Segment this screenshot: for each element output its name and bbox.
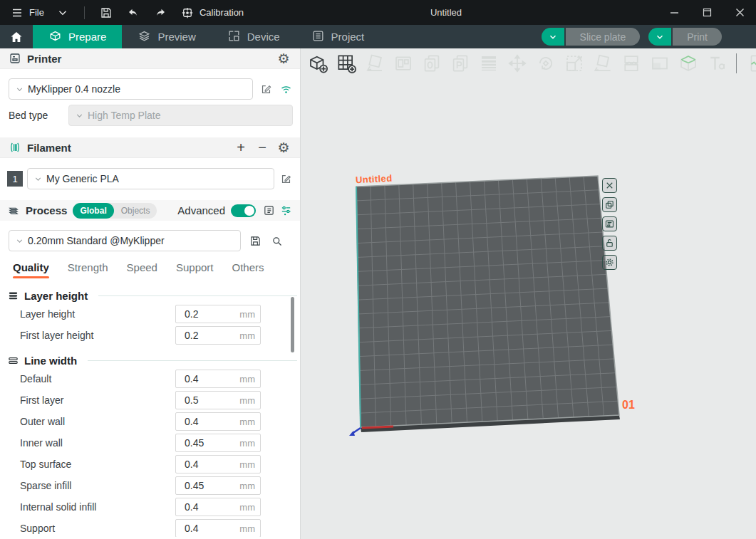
filament-preset-select[interactable]: My Generic PLA — [27, 168, 274, 189]
param-input[interactable]: 0.4mm — [175, 498, 261, 516]
wifi-connection-icon[interactable] — [279, 82, 293, 96]
viewport-3d[interactable]: Untitled 01 — [301, 48, 756, 539]
tune-parameters-icon[interactable] — [279, 204, 293, 218]
text-shape-icon — [705, 53, 727, 75]
edit-printer-icon[interactable] — [259, 82, 273, 96]
advanced-toggle[interactable] — [231, 204, 256, 217]
param-unit: mm — [239, 374, 255, 384]
param-input[interactable]: 0.45mm — [175, 434, 261, 452]
close-icon[interactable] — [723, 0, 756, 25]
layer-height-icon — [7, 290, 19, 302]
edit-filament-icon[interactable] — [279, 172, 293, 186]
print-group: Print — [648, 28, 722, 46]
remove-filament-icon[interactable]: − — [254, 140, 270, 155]
delete-plate-icon[interactable] — [602, 178, 617, 193]
save-icon[interactable] — [99, 6, 113, 20]
group-divider — [88, 360, 297, 361]
group-header-layer-height[interactable]: Layer height — [0, 288, 300, 303]
add-filament-icon[interactable]: + — [233, 140, 249, 155]
param-input[interactable]: 0.45mm — [175, 476, 261, 495]
filament-icon — [9, 141, 21, 154]
param-input[interactable]: 0.4mm — [175, 370, 261, 388]
save-preset-icon[interactable] — [248, 234, 262, 248]
plate-gear-icon[interactable] — [602, 255, 617, 270]
tab-prepare[interactable]: Prepare — [33, 25, 122, 48]
main-tabbar: PreparePreviewDeviceProject Slice plate … — [0, 25, 756, 48]
param-label: Support — [20, 523, 175, 534]
settings-scrollbar[interactable] — [291, 297, 294, 352]
restore-icon[interactable] — [690, 0, 723, 25]
param-unit: mm — [239, 330, 255, 341]
calibration-button[interactable]: Calibration — [180, 6, 244, 20]
bed-type-select[interactable]: High Temp Plate — [68, 105, 293, 126]
param-input[interactable]: 0.4mm — [175, 455, 261, 473]
print-button[interactable]: Print — [673, 28, 722, 46]
parameter-list-icon[interactable] — [262, 204, 276, 218]
settings-tab-strength[interactable]: Strength — [68, 261, 108, 278]
lock-plate-icon[interactable] — [602, 236, 617, 251]
param-unit: mm — [239, 523, 255, 534]
param-row-first-layer-height: First layer height0.2mm — [0, 325, 300, 346]
scope-objects-button[interactable]: Objects — [114, 203, 157, 219]
minimize-icon[interactable] — [658, 0, 690, 25]
slice-dropdown-button[interactable] — [542, 28, 564, 46]
move-icon — [506, 53, 528, 75]
search-icon[interactable] — [269, 234, 284, 248]
application-window: File Calibration Untitled — [0, 0, 756, 539]
tab-device[interactable]: Device — [212, 25, 296, 48]
param-input[interactable]: 0.5mm — [175, 391, 261, 409]
group-header-line-width[interactable]: Line width — [0, 352, 300, 368]
scale-icon — [563, 53, 585, 75]
printer-preset-value: MyKlipper 0.4 nozzle — [28, 83, 120, 95]
scope-global-button[interactable]: Global — [73, 203, 113, 219]
settings-tab-others[interactable]: Others — [232, 261, 264, 278]
chevron-down-icon[interactable] — [56, 6, 70, 20]
titlebar-separator — [84, 6, 85, 19]
param-unit: mm — [239, 309, 255, 320]
param-input[interactable]: 0.4mm — [175, 519, 261, 537]
process-preset-select[interactable]: 0.20mm Standard @MyKlipper — [9, 230, 241, 251]
print-dropdown-button[interactable] — [648, 28, 671, 46]
settings-tab-speed[interactable]: Speed — [127, 261, 157, 278]
param-input[interactable]: 0.4mm — [175, 412, 261, 431]
menu-icon — [10, 6, 24, 20]
param-unit: mm — [239, 417, 255, 427]
tab-label: Prepare — [68, 31, 106, 43]
param-value: 0.4 — [185, 373, 239, 384]
param-value: 0.4 — [185, 501, 239, 513]
param-value: 0.4 — [185, 416, 239, 427]
param-unit: mm — [239, 459, 255, 470]
file-menu-button[interactable]: File — [10, 6, 44, 20]
plate-settings-list-icon[interactable] — [602, 216, 617, 231]
home-icon[interactable] — [0, 25, 33, 48]
undo-icon[interactable] — [126, 6, 140, 20]
settings-tab-support[interactable]: Support — [176, 261, 214, 278]
clone-plate-icon[interactable] — [602, 197, 617, 212]
chevron-down-icon — [15, 236, 24, 246]
param-unit: mm — [239, 395, 255, 406]
filament-section-header[interactable]: Filament + − ⚙ — [0, 137, 300, 158]
tab-project[interactable]: Project — [296, 25, 380, 48]
build-plate[interactable] — [301, 48, 756, 539]
printer-preset-select[interactable]: MyKlipper 0.4 nozzle — [9, 78, 253, 100]
slice-plate-button[interactable]: Slice plate — [566, 28, 641, 46]
add-plate-icon[interactable] — [335, 53, 357, 75]
printer-section-title: Printer — [27, 53, 61, 65]
printer-settings-gear-icon[interactable]: ⚙ — [276, 51, 291, 66]
process-scope-toggle: Global Objects — [73, 203, 157, 219]
chevron-down-icon — [75, 111, 84, 120]
param-label: First layer height — [20, 330, 175, 341]
add-object-icon[interactable] — [306, 53, 328, 75]
settings-tab-quality[interactable]: Quality — [13, 261, 49, 278]
param-input[interactable]: 0.2mm — [175, 326, 261, 345]
tab-preview[interactable]: Preview — [122, 25, 211, 48]
line-width-icon — [7, 355, 19, 367]
filament-slot-badge[interactable]: 1 — [7, 171, 23, 187]
printer-section-header[interactable]: Printer ⚙ — [0, 48, 300, 69]
cut-icon — [620, 53, 642, 75]
auto-orient-icon — [363, 53, 385, 75]
redo-icon[interactable] — [153, 6, 167, 20]
param-row-layer-height: Layer height0.2mm — [0, 303, 300, 325]
param-input[interactable]: 0.2mm — [175, 305, 261, 323]
filament-settings-gear-icon[interactable]: ⚙ — [276, 140, 291, 155]
